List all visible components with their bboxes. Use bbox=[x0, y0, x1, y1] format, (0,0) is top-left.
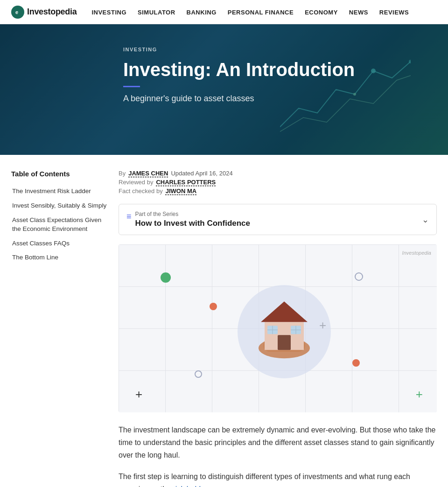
hero-category: INVESTING bbox=[123, 47, 448, 52]
main-nav: e Investopedia INVESTINGSIMULATORBANKING… bbox=[0, 0, 448, 24]
article-content: By JAMES CHEN Updated April 16, 2024 Rev… bbox=[119, 155, 448, 487]
nav-link-banking[interactable]: BANKING bbox=[187, 9, 217, 16]
nav-link-personal-finance[interactable]: PERSONAL FINANCE bbox=[228, 9, 294, 16]
hero-divider bbox=[123, 86, 140, 87]
updated-date: Updated April 16, 2024 bbox=[171, 170, 232, 177]
svg-marker-8 bbox=[261, 301, 308, 322]
nav-link-simulator[interactable]: SIMULATOR bbox=[138, 9, 175, 16]
green-dot-tl bbox=[161, 272, 171, 283]
article-meta: By JAMES CHEN Updated April 16, 2024 Rev… bbox=[119, 170, 437, 195]
svg-rect-9 bbox=[278, 335, 291, 350]
body-paragraph-1: The investment landscape can be extremel… bbox=[119, 424, 437, 462]
main-container: Table of Contents The Investment Risk La… bbox=[0, 155, 448, 487]
reviewer-line: Reviewed by CHARLES POTTERS bbox=[119, 179, 437, 186]
nav-item-simulator: SIMULATOR bbox=[138, 8, 175, 16]
nav-item-news: NEWS bbox=[349, 8, 368, 16]
orange-dot-br bbox=[352, 359, 360, 367]
series-title: How to Invest with Confidence bbox=[135, 219, 251, 228]
toc-item-faqs: Asset Classes FAQs bbox=[11, 237, 109, 251]
hero-section: INVESTING Investing: An Introduction A b… bbox=[0, 24, 448, 155]
logo-brand-text: Investopedia bbox=[27, 7, 77, 17]
logo-icon: e bbox=[11, 6, 24, 19]
nav-item-investing: INVESTING bbox=[91, 8, 126, 16]
toc-title: Table of Contents bbox=[11, 170, 109, 178]
logo-link[interactable]: e Investopedia bbox=[11, 6, 77, 19]
series-box-left: ≡ Part of the Series How to Invest with … bbox=[126, 211, 250, 228]
toc-link-invest-sensibly[interactable]: Invest Sensibly, Suitably & Simply bbox=[12, 202, 109, 210]
nav-link-reviews[interactable]: REVIEWS bbox=[379, 9, 409, 16]
reviewer-name[interactable]: CHARLES POTTERS bbox=[156, 179, 216, 186]
article-image: Investopedia + + + bbox=[119, 244, 437, 412]
svg-text:e: e bbox=[15, 9, 18, 15]
series-box[interactable]: ≡ Part of the Series How to Invest with … bbox=[119, 204, 437, 235]
toc-link-asset-class[interactable]: Asset Class Expectations Given the Econo… bbox=[12, 216, 109, 234]
sidebar: Table of Contents The Investment Risk La… bbox=[11, 155, 119, 487]
chevron-down-icon: ⌄ bbox=[422, 215, 429, 225]
factchecked-label: Fact checked by bbox=[119, 188, 163, 195]
nav-link-investing[interactable]: INVESTING bbox=[91, 9, 126, 16]
factchecker-line: Fact checked by JIWON MA bbox=[119, 188, 437, 195]
toc-item-risk-ladder: The Investment Risk Ladder bbox=[11, 184, 109, 199]
toc-link-risk-ladder[interactable]: The Investment Risk Ladder bbox=[12, 187, 109, 196]
toc-item-bottom-line: The Bottom Line bbox=[11, 250, 109, 265]
nav-item-economy: ECONOMY bbox=[305, 8, 338, 16]
series-label: Part of the Series bbox=[135, 211, 251, 217]
hero-subtitle: A beginner's guide to asset classes bbox=[123, 94, 448, 104]
nav-link-news[interactable]: NEWS bbox=[349, 9, 368, 16]
body-text-2-start: The first step is learning to distinguis… bbox=[119, 473, 410, 487]
orange-dot-mid bbox=[210, 303, 217, 310]
risk-ladder-link[interactable]: risk ladder. bbox=[173, 485, 209, 487]
toc-item-invest-sensibly: Invest Sensibly, Suitably & Simply bbox=[11, 199, 109, 213]
nav-links: INVESTINGSIMULATORBANKINGPERSONAL FINANC… bbox=[91, 8, 409, 16]
toc-link-bottom-line[interactable]: The Bottom Line bbox=[12, 253, 109, 262]
author-name[interactable]: JAMES CHEN bbox=[128, 170, 168, 177]
body-paragraph-2: The first step is learning to distinguis… bbox=[119, 470, 437, 487]
author-line: By JAMES CHEN Updated April 16, 2024 bbox=[119, 170, 437, 177]
series-info: Part of the Series How to Invest with Co… bbox=[135, 211, 251, 228]
reviewed-label: Reviewed by bbox=[119, 179, 153, 186]
plus-sign-br: + bbox=[416, 388, 423, 400]
empty-dot-bl bbox=[195, 370, 202, 378]
series-icon: ≡ bbox=[126, 212, 132, 222]
toc-item-asset-class: Asset Class Expectations Given the Econo… bbox=[11, 213, 109, 237]
nav-item-reviews: REVIEWS bbox=[379, 8, 409, 16]
empty-dot-tr bbox=[355, 272, 363, 281]
nav-link-economy[interactable]: ECONOMY bbox=[305, 9, 338, 16]
image-watermark: Investopedia bbox=[402, 250, 431, 256]
toc-link-faqs[interactable]: Asset Classes FAQs bbox=[12, 239, 109, 248]
house-illustration bbox=[233, 280, 336, 383]
plus-sign-bl: + bbox=[135, 388, 142, 400]
hero-title: Investing: An Introduction bbox=[123, 59, 448, 80]
factchecker-name[interactable]: JIWON MA bbox=[166, 188, 196, 195]
nav-item-banking: BANKING bbox=[187, 8, 217, 16]
nav-item-personal-finance: PERSONAL FINANCE bbox=[228, 8, 294, 16]
toc-list: The Investment Risk LadderInvest Sensibl… bbox=[11, 184, 109, 265]
by-label: By bbox=[119, 170, 126, 177]
hero-content: INVESTING Investing: An Introduction A b… bbox=[0, 24, 448, 104]
